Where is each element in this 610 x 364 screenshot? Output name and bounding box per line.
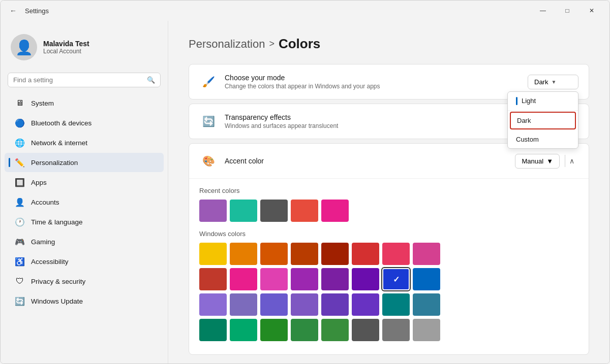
breadcrumb-parent[interactable]: Personalization: [189, 38, 265, 51]
search-box[interactable]: 🔍: [8, 73, 161, 87]
windows-swatch-2-2[interactable]: [260, 293, 288, 316]
user-info: Malavida Test Local Account: [43, 40, 89, 55]
windows-swatch-0-4[interactable]: [321, 243, 349, 265]
sidebar-item-personalization[interactable]: ✏️Personalization: [5, 153, 164, 172]
recent-swatch-3[interactable]: [291, 200, 318, 222]
windows-swatch-3-6[interactable]: [382, 319, 410, 341]
maximize-button[interactable]: □: [556, 3, 579, 19]
main-layout: 👤 Malavida Test Local Account 🔍 🖥System🔵…: [1, 21, 609, 363]
accent-body: Recent colors Windows colors: [189, 179, 589, 354]
windows-swatch-3-2[interactable]: [260, 319, 288, 341]
content-area: Personalization > Colors 🖌️ Choose your …: [168, 21, 609, 363]
windows-swatch-1-4[interactable]: [321, 268, 349, 290]
avatar-icon: 👤: [15, 39, 33, 56]
settings-window: ← Settings — □ ✕ 👤 Malavida Test Local A…: [0, 0, 610, 364]
windows-color-row-1: [199, 268, 578, 290]
mode-option-light[interactable]: Light: [508, 92, 578, 111]
windows-swatch-2-0[interactable]: [199, 293, 227, 316]
breadcrumb-sep: >: [269, 39, 274, 49]
close-button[interactable]: ✕: [580, 3, 603, 19]
windows-swatch-2-4[interactable]: [321, 293, 349, 316]
sidebar: 👤 Malavida Test Local Account 🔍 🖥System🔵…: [1, 21, 168, 363]
recent-colors-row: [199, 200, 578, 222]
windows-swatch-2-7[interactable]: [413, 293, 440, 316]
search-input[interactable]: [13, 76, 143, 84]
windows-swatch-3-1[interactable]: [230, 319, 257, 341]
mode-subtitle: Change the colors that appear in Windows…: [225, 83, 528, 90]
windows-swatch-0-7[interactable]: [413, 243, 440, 265]
sidebar-item-time[interactable]: 🕐Time & language: [5, 212, 164, 231]
mode-light-label: Light: [522, 97, 536, 105]
sidebar-item-network[interactable]: 🌐Network & internet: [5, 133, 164, 152]
sidebar-item-gaming[interactable]: 🎮Gaming: [5, 232, 164, 251]
manual-label: Manual: [522, 157, 543, 165]
sidebar-item-update[interactable]: 🔄Windows Update: [5, 291, 164, 311]
mode-custom-label: Custom: [516, 136, 539, 143]
manual-dropdown[interactable]: Manual ▼: [515, 154, 560, 169]
sidebar-item-label-personalization: Personalization: [31, 159, 78, 167]
user-name: Malavida Test: [43, 40, 89, 48]
sidebar-item-label-system: System: [31, 100, 54, 107]
mode-control: Dark ▼ Light Dark: [528, 75, 578, 89]
apps-icon: 🔲: [15, 177, 25, 187]
sidebar-item-system[interactable]: 🖥System: [5, 93, 164, 113]
sidebar-item-label-time: Time & language: [31, 218, 83, 226]
search-icon: 🔍: [147, 76, 155, 84]
windows-swatch-0-1[interactable]: [230, 243, 257, 265]
windows-swatch-1-3[interactable]: [291, 268, 318, 290]
windows-colors-grid: [199, 243, 578, 341]
windows-swatch-1-5[interactable]: [352, 268, 379, 290]
user-section: 👤 Malavida Test Local Account: [1, 26, 168, 69]
windows-swatch-2-6[interactable]: [382, 293, 410, 316]
mode-title: Choose your mode: [225, 74, 528, 82]
titlebar-left: ← Settings: [7, 5, 49, 17]
mode-option-custom[interactable]: Custom: [508, 130, 578, 148]
windows-swatch-2-1[interactable]: [230, 293, 257, 316]
windows-swatch-3-3[interactable]: [291, 319, 318, 341]
sidebar-item-bluetooth[interactable]: 🔵Bluetooth & devices: [5, 113, 164, 133]
windows-swatch-3-4[interactable]: [321, 319, 349, 341]
windows-swatch-0-6[interactable]: [382, 243, 410, 265]
recent-swatch-0[interactable]: [199, 200, 227, 222]
recent-swatch-4[interactable]: [321, 200, 349, 222]
windows-swatch-2-3[interactable]: [291, 293, 318, 316]
mode-selected-label: Dark: [534, 78, 548, 86]
sidebar-item-apps[interactable]: 🔲Apps: [5, 173, 164, 192]
sidebar-item-label-bluetooth: Bluetooth & devices: [31, 119, 92, 127]
windows-swatch-3-5[interactable]: [352, 319, 379, 341]
back-button[interactable]: ←: [7, 5, 20, 17]
accent-text: Accent color: [225, 157, 515, 165]
windows-swatch-2-5[interactable]: [352, 293, 379, 316]
windows-swatch-1-1[interactable]: [230, 268, 257, 290]
windows-swatch-0-5[interactable]: [352, 243, 379, 265]
windows-swatch-0-2[interactable]: [260, 243, 288, 265]
mode-dropdown-display[interactable]: Dark ▼: [528, 75, 578, 89]
sidebar-item-label-accounts: Accounts: [31, 198, 59, 206]
nav-container: 🖥System🔵Bluetooth & devices🌐Network & in…: [1, 93, 168, 311]
sidebar-item-accessibility[interactable]: ♿Accessibility: [5, 252, 164, 271]
sidebar-item-accounts[interactable]: 👤Accounts: [5, 192, 164, 212]
sidebar-item-label-apps: Apps: [31, 179, 47, 186]
breadcrumb-current: Colors: [279, 36, 320, 52]
titlebar: ← Settings — □ ✕: [1, 1, 609, 21]
sidebar-item-label-accessibility: Accessibility: [31, 258, 69, 266]
windows-swatch-0-0[interactable]: [199, 243, 227, 265]
windows-swatch-3-7[interactable]: [413, 319, 440, 341]
accent-expand-button[interactable]: ∧: [565, 155, 578, 167]
windows-swatch-1-6[interactable]: [382, 268, 410, 290]
windows-swatch-3-0[interactable]: [199, 319, 227, 341]
windows-color-row-0: [199, 243, 578, 265]
recent-swatch-2[interactable]: [260, 200, 288, 222]
dropdown-arrow-icon: ▼: [551, 79, 556, 85]
windows-swatch-1-0[interactable]: [199, 268, 227, 290]
personalization-icon: ✏️: [15, 157, 25, 168]
recent-swatch-1[interactable]: [230, 200, 257, 222]
windows-swatch-1-2[interactable]: [260, 268, 288, 290]
sidebar-item-privacy[interactable]: 🛡Privacy & security: [5, 272, 164, 291]
windows-swatch-1-7[interactable]: [413, 268, 440, 290]
mode-option-dark[interactable]: Dark: [510, 112, 576, 129]
minimize-button[interactable]: —: [531, 3, 555, 19]
windows-label: Windows colors: [199, 230, 578, 238]
windows-swatch-0-3[interactable]: [291, 243, 318, 265]
accounts-icon: 👤: [15, 197, 25, 207]
